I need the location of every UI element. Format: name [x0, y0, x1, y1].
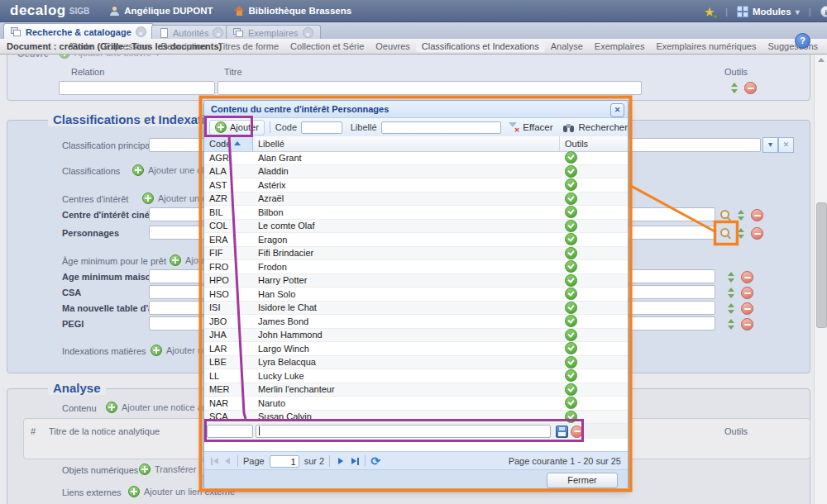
- current-user[interactable]: Angélique DUPONT: [110, 6, 213, 16]
- scrollbar-thumb[interactable]: [816, 202, 827, 328]
- cancel-icon[interactable]: [571, 426, 583, 438]
- remove-icon[interactable]: [751, 209, 763, 221]
- remove-icon[interactable]: [751, 227, 763, 240]
- validate-icon[interactable]: [565, 356, 577, 368]
- scroll-up-arrow[interactable]: [818, 58, 825, 62]
- modules-menu[interactable]: Modules: [753, 7, 791, 17]
- dropdown-button[interactable]: [762, 137, 778, 153]
- table-row[interactable]: HPOHarry Potter: [204, 274, 628, 288]
- nav-item[interactable]: Suggestions: [762, 40, 824, 52]
- rechercher-button[interactable]: Rechercher: [563, 122, 628, 133]
- refresh-icon[interactable]: [370, 455, 382, 467]
- validate-icon[interactable]: [565, 247, 577, 259]
- transferer-link[interactable]: Transférer: [139, 464, 196, 475]
- table-row[interactable]: ASTAstérix: [204, 178, 628, 193]
- table-row[interactable]: JBOJames Bond: [204, 315, 628, 329]
- validate-icon[interactable]: [565, 411, 577, 423]
- reorder-icon[interactable]: [728, 288, 735, 298]
- first-page-button[interactable]: [209, 456, 220, 467]
- nav-item[interactable]: Code: [65, 40, 98, 52]
- table-row[interactable]: JHAJohn Hammond: [204, 329, 628, 343]
- ajouter-button[interactable]: Ajouter: [209, 120, 265, 136]
- previous-page-button[interactable]: [222, 456, 232, 467]
- remove-icon[interactable]: [741, 287, 753, 299]
- remove-icon[interactable]: [741, 271, 753, 283]
- libelle-filter-input[interactable]: [381, 121, 502, 134]
- validate-icon[interactable]: [565, 288, 577, 300]
- nav-item[interactable]: Exemplaires numériques: [650, 40, 762, 52]
- validate-icon[interactable]: [565, 178, 577, 191]
- remove-icon[interactable]: [741, 302, 753, 315]
- table-row[interactable]: BILBilbon: [204, 206, 628, 220]
- close-tab-icon[interactable]: [136, 26, 146, 37]
- vertical-scrollbar[interactable]: [814, 54, 827, 504]
- column-header-outils[interactable]: Outils: [560, 136, 626, 151]
- close-tab-icon[interactable]: [303, 27, 313, 38]
- reorder-icon[interactable]: [728, 319, 735, 330]
- table-row[interactable]: AGRAlan Grant: [204, 151, 628, 165]
- table-row[interactable]: LARLargo Winch: [204, 342, 628, 356]
- table-row[interactable]: MERMerlin l'enchanteur: [204, 383, 628, 397]
- titre-input[interactable]: [218, 81, 642, 95]
- code-filter-input[interactable]: [301, 121, 342, 134]
- reorder-icon[interactable]: [738, 210, 745, 221]
- reorder-icon[interactable]: [728, 272, 735, 283]
- nav-item[interactable]: Expression: [98, 40, 155, 52]
- clear-selection-button[interactable]: [778, 137, 794, 153]
- validate-icon[interactable]: [565, 220, 577, 232]
- help-button[interactable]: ?: [795, 33, 810, 49]
- new-code-input[interactable]: [207, 425, 253, 438]
- column-header-libelle[interactable]: Libellé: [253, 136, 560, 151]
- nav-item[interactable]: Collection et Série: [284, 40, 370, 52]
- validate-icon[interactable]: [565, 193, 577, 205]
- effacer-button[interactable]: Effacer: [508, 121, 552, 133]
- validate-icon[interactable]: [565, 383, 577, 396]
- nav-item[interactable]: Exemplaires: [589, 40, 651, 52]
- validate-icon[interactable]: [565, 342, 577, 354]
- column-header-code[interactable]: Code: [204, 136, 253, 151]
- fermer-button[interactable]: Fermer: [547, 473, 618, 488]
- table-row[interactable]: NARNaruto: [204, 397, 628, 411]
- table-row[interactable]: ERAEragon: [204, 233, 628, 247]
- search-icon[interactable]: [720, 210, 732, 221]
- nav-item[interactable]: Description: [155, 40, 212, 52]
- tab-autorites[interactable]: Autorités: [151, 25, 231, 40]
- table-row[interactable]: LBELyra Belacqua: [204, 356, 628, 370]
- remove-icon[interactable]: [741, 318, 753, 330]
- table-row[interactable]: ALAAladdin: [204, 165, 628, 179]
- validate-icon[interactable]: [565, 151, 577, 164]
- close-dialog-icon[interactable]: [610, 103, 624, 117]
- validate-icon[interactable]: [565, 233, 577, 245]
- remove-icon[interactable]: [744, 82, 757, 94]
- table-row[interactable]: HSOHan Solo: [204, 288, 628, 302]
- nav-item[interactable]: Analyse: [545, 40, 589, 52]
- page-number-input[interactable]: 1: [270, 455, 299, 468]
- close-tab-icon[interactable]: [213, 27, 223, 38]
- nav-item[interactable]: Oeuvres: [370, 40, 416, 52]
- validate-icon[interactable]: [565, 260, 577, 273]
- table-row[interactable]: FROFrodon: [204, 260, 628, 274]
- validate-icon[interactable]: [565, 206, 577, 218]
- tab-exemplaires[interactable]: Exemplaires: [226, 25, 321, 40]
- table-row[interactable]: LLLucky Luke: [204, 369, 628, 383]
- favorites-icon[interactable]: [705, 7, 716, 17]
- validate-icon[interactable]: [565, 397, 577, 409]
- validate-icon[interactable]: [565, 274, 577, 287]
- validate-icon[interactable]: [565, 302, 577, 314]
- table-row[interactable]: AZRAzraël: [204, 193, 628, 207]
- validate-icon[interactable]: [565, 369, 577, 382]
- table-row[interactable]: SCASusan Calvin: [204, 411, 628, 425]
- validate-icon[interactable]: [565, 165, 577, 178]
- save-icon[interactable]: [556, 426, 568, 438]
- table-row[interactable]: ISIIsidore le Chat: [204, 302, 628, 316]
- current-library[interactable]: Bibliothèque Brassens: [234, 6, 352, 16]
- reorder-icon[interactable]: [731, 83, 739, 93]
- validate-icon[interactable]: [565, 315, 577, 327]
- search-icon[interactable]: [720, 228, 732, 240]
- table-row[interactable]: FIFFifi Brindacier: [204, 247, 628, 261]
- next-page-button[interactable]: [335, 456, 346, 467]
- new-libelle-input[interactable]: [256, 425, 551, 438]
- reorder-icon[interactable]: [728, 303, 735, 314]
- tab-recherche-catalogage[interactable]: Recherche & catalogage: [3, 23, 154, 40]
- validate-icon[interactable]: [565, 329, 577, 341]
